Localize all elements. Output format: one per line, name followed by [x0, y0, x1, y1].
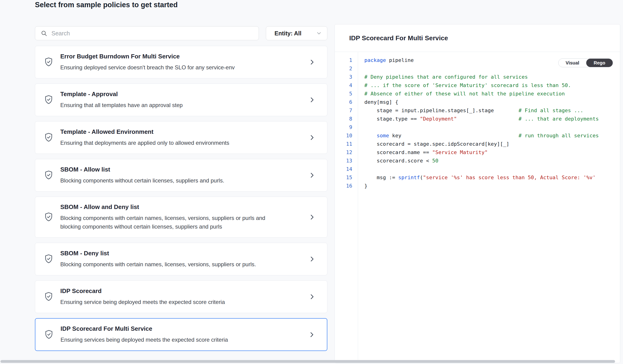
line-number: 7 [335, 106, 352, 115]
view-mode-toggle: Visual Rego [558, 58, 613, 67]
shield-check-icon [44, 254, 53, 264]
policy-card[interactable]: Error Budget Burndown For Multi Service … [35, 46, 327, 78]
line-number: 4 [335, 81, 352, 90]
code-line: scorecard.score < 50 [364, 157, 620, 165]
line-number: 15 [335, 173, 352, 182]
chevron-right-icon [309, 96, 315, 103]
policy-card[interactable]: SBOM - Allow and Deny list Blocking comp… [35, 197, 327, 238]
page-title: Select from sample policies to get start… [35, 0, 178, 9]
chevron-right-icon [309, 256, 315, 262]
chevron-right-icon [309, 172, 315, 179]
policy-title: Template - Approval [60, 90, 304, 98]
chevron-right-icon [308, 331, 315, 338]
code-editor[interactable]: Visual Rego 12345678910111213141516 pack… [335, 52, 620, 363]
policy-description: Blocking components without certain lice… [60, 176, 270, 185]
code-line: stage = input.pipeline.stages[_].stage #… [364, 106, 620, 115]
policy-card-text: SBOM - Deny list Blocking components wit… [60, 250, 304, 269]
policy-description: Ensuring service being deployed meets th… [60, 298, 270, 306]
shield-check-icon [44, 57, 53, 67]
policy-card-text: Template - Approval Ensuring that all te… [60, 90, 304, 109]
line-number: 9 [335, 123, 352, 131]
policy-card-text: SBOM - Allow list Blocking components wi… [60, 166, 304, 185]
code-line: deny[msg] { [364, 98, 620, 106]
chevron-right-icon [309, 293, 315, 300]
policy-description: Blocking components with certain names, … [60, 214, 270, 231]
policy-title: SBOM - Deny list [60, 250, 304, 257]
line-number: 13 [335, 157, 352, 165]
policy-toolbar: Entity: All [35, 26, 327, 40]
policy-title: SBOM - Allow list [60, 166, 304, 173]
rego-toggle-button[interactable]: Rego [586, 59, 613, 67]
chevron-right-icon [309, 214, 315, 221]
policy-card-text: Template - Allowed Environment Ensuring … [60, 128, 304, 147]
detail-panel-title: IDP Scorecard For Multi Service [349, 34, 448, 42]
search-box [35, 26, 259, 40]
line-number: 16 [335, 182, 352, 190]
code-line: msg := sprintf("service '%s' has score l… [364, 173, 620, 182]
policy-card-text: Error Budget Burndown For Multi Service … [60, 53, 304, 72]
visual-toggle-button[interactable]: Visual [558, 59, 586, 67]
code-line: some key # run through all services [364, 131, 620, 140]
policy-title: Error Budget Burndown For Multi Service [60, 53, 304, 60]
line-number: 6 [335, 98, 352, 106]
shield-check-icon [44, 292, 53, 302]
code-line: scorecard.name == "Service Maturity" [364, 148, 620, 157]
policy-card-text: IDP Scorecard For Multi Service Ensuring… [61, 325, 304, 344]
code-line [364, 123, 620, 131]
chevron-right-icon [309, 134, 315, 141]
policy-card[interactable]: SBOM - Deny list Blocking components wit… [35, 243, 327, 275]
policy-card[interactable]: Template - Allowed Environment Ensuring … [35, 121, 327, 154]
policy-card[interactable]: SBOM - Allow list Blocking components wi… [35, 159, 327, 192]
shield-check-icon [44, 170, 53, 180]
policy-title: Template - Allowed Environment [60, 128, 304, 135]
policy-card-text: SBOM - Allow and Deny list Blocking comp… [60, 203, 304, 231]
chevron-right-icon [309, 59, 315, 66]
code-line: stage.type == "Deployment" # ... that ar… [364, 115, 620, 123]
horizontal-scrollbar[interactable] [0, 360, 615, 363]
code-line: # Deny pipelines that are configured for… [364, 73, 620, 81]
line-number: 14 [335, 165, 352, 173]
entity-filter-label: Entity: All [274, 30, 302, 37]
search-icon [41, 30, 47, 37]
shield-check-icon [44, 95, 53, 105]
entity-filter-dropdown[interactable]: Entity: All [266, 26, 327, 40]
shield-check-icon [44, 132, 53, 143]
line-number: 12 [335, 148, 352, 157]
code-line [364, 165, 620, 173]
policy-list[interactable]: Error Budget Burndown For Multi Service … [35, 46, 327, 351]
policy-description: Ensuring that deployments are applied on… [60, 138, 270, 147]
shield-check-icon [44, 212, 53, 222]
policy-description: Ensuring services being deployed meets t… [61, 335, 270, 344]
line-number: 1 [335, 56, 352, 64]
detail-panel-header: IDP Scorecard For Multi Service [335, 24, 620, 52]
line-number: 10 [335, 131, 352, 140]
policy-title: SBOM - Allow and Deny list [60, 203, 304, 211]
code-lines: 12345678910111213141516 package pipeline… [335, 52, 620, 363]
policy-card[interactable]: Template - Approval Ensuring that all te… [35, 84, 327, 116]
policy-browser: Entity: All Error Budget Burndown For Mu… [35, 26, 327, 351]
line-number: 11 [335, 140, 352, 148]
policy-card[interactable]: IDP Scorecard Ensuring service being dep… [35, 280, 327, 313]
policy-card-text: IDP Scorecard Ensuring service being dep… [60, 287, 304, 306]
line-number: 3 [335, 73, 352, 81]
code-line: # Absence of either of these will not ha… [364, 90, 620, 98]
line-number: 8 [335, 115, 352, 123]
code-line: scorecard = stage.spec.idpScorecard[key]… [364, 140, 620, 148]
policy-description: Blocking components with certain names, … [60, 260, 270, 269]
code-content: package pipeline# Deny pipelines that ar… [358, 52, 620, 363]
policy-title: IDP Scorecard For Multi Service [61, 325, 304, 332]
line-number: 2 [335, 64, 352, 73]
policy-title: IDP Scorecard [60, 287, 304, 295]
policy-description: Ensuring that all templates have an appr… [60, 101, 270, 109]
search-input[interactable] [51, 30, 254, 37]
line-numbers: 12345678910111213141516 [335, 52, 358, 363]
policy-description: Ensuring deployed service doesn't breach… [60, 63, 270, 72]
code-line: # ... if the score of 'Service Maturity'… [364, 81, 620, 90]
line-number: 5 [335, 90, 352, 98]
policy-detail-panel: IDP Scorecard For Multi Service Visual R… [334, 24, 620, 363]
code-line: } [364, 182, 620, 190]
chevron-down-icon [316, 30, 322, 36]
policy-card[interactable]: IDP Scorecard For Multi Service Ensuring… [35, 318, 327, 351]
shield-check-icon [44, 330, 54, 340]
